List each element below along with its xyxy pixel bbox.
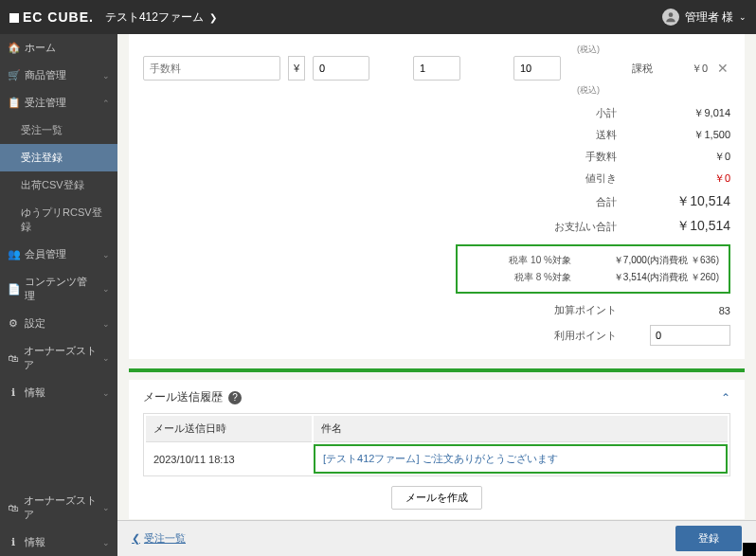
mail-row-subject-link[interactable]: [テスト412ファーム] ご注文ありがとうございます (323, 453, 558, 464)
compose-mail-button[interactable]: メールを作成 (391, 486, 482, 510)
mail-col-subject: 件名 (314, 416, 728, 442)
sidebar-label: 受注登録 (21, 151, 63, 165)
sidebar-item-設定[interactable]: ⚙設定⌄ (0, 310, 117, 337)
sidebar-item-オーナーズストア[interactable]: 🛍オーナーズストア⌄ (0, 337, 117, 379)
tax-note2: (税込) (295, 84, 756, 97)
tax-value: ￥0 (660, 62, 708, 76)
sidebar-icon: 🛍 (8, 502, 18, 513)
user-menu[interactable]: 管理者 様 ⌄ (662, 9, 747, 26)
sidebar-item-情報[interactable]: ℹ情報⌄ (0, 379, 117, 406)
sidebar-label: 受注一覧 (21, 123, 63, 137)
ship-label: 送料 (541, 128, 617, 142)
fee-qty-input[interactable] (413, 56, 460, 81)
sidebar-item-受注登録[interactable]: 受注登録 (0, 144, 117, 171)
svg-point-0 (668, 12, 673, 17)
chevron-icon: ⌄ (102, 388, 110, 398)
sidebar-label: 出荷CSV登録 (21, 178, 84, 192)
sidebar-icon: 👥 (8, 248, 19, 260)
sidebar-item-受注管理[interactable]: 📋受注管理⌃ (0, 89, 117, 117)
sidebar-icon: 📄 (8, 283, 19, 296)
usepoint-label: 利用ポイント (541, 329, 617, 343)
subtotal-label: 小計 (541, 106, 617, 120)
discount-value: ￥0 (617, 171, 730, 186)
sidebar-icon: 📋 (8, 97, 19, 109)
sidebar-item-受注一覧[interactable]: 受注一覧 (0, 117, 117, 144)
chevron-icon: ⌄ (102, 319, 110, 329)
sidebar-label: 会員管理 (25, 247, 66, 261)
fee-price-input[interactable] (313, 56, 369, 81)
sidebar-label: 情報 (25, 386, 45, 400)
fee-value: ￥0 (617, 150, 730, 164)
fee-label: 手数料 (541, 150, 617, 164)
total-value: ￥10,514 (617, 193, 730, 210)
chevron-icon: ⌃ (102, 99, 110, 108)
sidebar-item-出荷CSV登録[interactable]: 出荷CSV登録 (0, 171, 117, 199)
fee-name-input[interactable] (143, 56, 280, 81)
tax10-detail: (内消費税 ￥636) (647, 254, 719, 267)
fee-tax-input[interactable] (513, 56, 561, 81)
sidebar-label: 受注管理 (25, 96, 66, 110)
sidebar-label: ゆうプリRCSV登録 (21, 206, 110, 234)
sidebar-icon: 🏠 (8, 42, 19, 54)
sidebar-item-オーナーズストア[interactable]: 🛍オーナーズストア⌄ (0, 487, 117, 529)
tax10-value: ￥7,000 (571, 254, 647, 267)
chevron-icon: ⌄ (102, 284, 110, 294)
sidebar-item-商品管理[interactable]: 🛒商品管理⌄ (0, 62, 117, 89)
chevron-left-icon: ❮ (132, 532, 140, 545)
sidebar-item-コンテンツ管理[interactable]: 📄コンテンツ管理⌄ (0, 268, 117, 310)
pay-label: お支払い合計 (541, 220, 617, 234)
discount-label: 値引き (541, 171, 617, 186)
corner-badge (743, 543, 756, 556)
tax8-detail: (内消費税 ￥260) (647, 271, 719, 284)
sidebar-item-ゆうプリRCSV登録[interactable]: ゆうプリRCSV登録 (0, 199, 117, 241)
sidebar-icon: ℹ (8, 536, 19, 548)
tax-note: (税込) (295, 44, 756, 56)
collapse-icon[interactable]: ⌃ (721, 391, 730, 404)
help-icon[interactable]: ? (228, 391, 242, 404)
sidebar-icon: ⚙ (8, 317, 19, 330)
chevron-icon: ⌄ (102, 250, 110, 260)
sidebar-label: コンテンツ管理 (25, 275, 97, 303)
sidebar-label: 情報 (25, 535, 45, 549)
mail-row-date: 2023/10/11 18:13 (146, 444, 312, 474)
chevron-down-icon: ⌄ (739, 12, 747, 22)
pay-value: ￥10,514 (617, 218, 730, 235)
sidebar-item-ホーム[interactable]: 🏠ホーム (0, 34, 117, 62)
mail-col-date: メール送信日時 (146, 416, 312, 442)
addpoint-label: 加算ポイント (541, 303, 617, 317)
page-title[interactable]: テスト412ファーム❯ (105, 9, 217, 26)
chevron-icon: ⌄ (102, 538, 110, 547)
sidebar-label: オーナーズストア (24, 493, 97, 522)
subtotal-value: ￥9,014 (617, 106, 730, 120)
tax-breakdown-box: 税率 10 %対象￥7,000(内消費税 ￥636) 税率 8 %対象￥3,51… (456, 244, 730, 294)
back-to-list-link[interactable]: ❮受注一覧 (132, 531, 186, 546)
divider (129, 368, 745, 372)
sidebar-label: 設定 (25, 316, 45, 331)
chevron-icon: ⌄ (102, 503, 110, 512)
mail-row: 2023/10/11 18:13 [テスト412ファーム] ご注文ありがとうござ… (146, 444, 728, 474)
sidebar-icon: 🛍 (8, 352, 18, 364)
sidebar-label: ホーム (25, 41, 56, 55)
currency-label: ¥ (288, 56, 305, 81)
tax8-value: ￥3,514 (571, 271, 647, 284)
user-label: 管理者 様 (685, 9, 733, 26)
sidebar-label: 商品管理 (25, 68, 66, 82)
ship-value: ￥1,500 (617, 128, 730, 142)
addpoint-value: 83 (617, 305, 730, 316)
remove-row-button[interactable]: ✕ (715, 61, 730, 76)
chevron-right-icon: ❯ (209, 12, 217, 23)
register-button[interactable]: 登録 (675, 526, 742, 551)
sidebar-item-会員管理[interactable]: 👥会員管理⌄ (0, 241, 117, 268)
avatar-icon (662, 9, 679, 26)
tax8-label: 税率 8 %対象 (486, 271, 571, 284)
chevron-icon: ⌄ (102, 353, 110, 363)
tax10-label: 税率 10 %対象 (486, 254, 571, 267)
sidebar-item-情報[interactable]: ℹ情報⌄ (0, 529, 117, 556)
sidebar-icon: 🛒 (8, 69, 19, 81)
tax-type-label: 課税 (605, 62, 653, 76)
sidebar-label: オーナーズストア (24, 344, 97, 372)
sidebar-icon: ℹ (8, 386, 19, 399)
logo: EC CUBE. (9, 9, 94, 25)
chevron-icon: ⌄ (102, 71, 110, 81)
usepoint-input[interactable] (650, 325, 730, 346)
